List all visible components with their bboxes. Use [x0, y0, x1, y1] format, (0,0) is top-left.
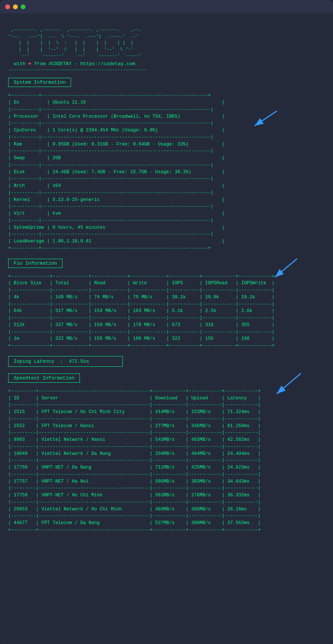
arrow-speedtest	[266, 370, 306, 398]
terminal-window: ,--------. ,------. ,--------. ,-------.…	[0, 0, 333, 644]
speedtest-table: +---------+-----------------------------…	[8, 388, 325, 534]
ascii-art: ,--------. ,------. ,--------. ,-------.…	[8, 21, 325, 59]
fio-info-section: Fio Information +--------------+--------…	[8, 259, 325, 349]
close-dot[interactable]	[5, 4, 10, 9]
ioping-separator: |	[60, 359, 63, 364]
fio-table: +--------------+-------------+----------…	[8, 273, 325, 349]
ioping-value: 472.5us	[69, 359, 89, 364]
terminal-content: ,--------. ,------. ,--------. ,-------.…	[0, 13, 333, 548]
heart-icon: ❤	[28, 61, 31, 67]
system-info-section: System Information +----------+---------…	[8, 78, 325, 252]
fio-info-button[interactable]: Fio Information	[8, 259, 63, 268]
speedtest-button[interactable]: Speedtest Information	[8, 373, 80, 383]
ioping-latency-row: Ioping Latency | 472.5us	[8, 356, 123, 367]
credit-line: with ❤ from #CODETAY - https://codetay.c…	[8, 61, 325, 67]
arrow-cpucores	[247, 107, 280, 130]
minimize-dot[interactable]	[13, 4, 18, 9]
titlebar	[0, 0, 333, 13]
system-info-button[interactable]: System Information	[8, 78, 71, 87]
arrow-fio	[266, 255, 303, 281]
top-separator: ----------------------------------------…	[8, 67, 325, 73]
speedtest-section: Speedtest Information +---------+-------…	[8, 373, 325, 534]
maximize-dot[interactable]	[21, 4, 26, 9]
ioping-label: Ioping Latency	[14, 359, 54, 364]
